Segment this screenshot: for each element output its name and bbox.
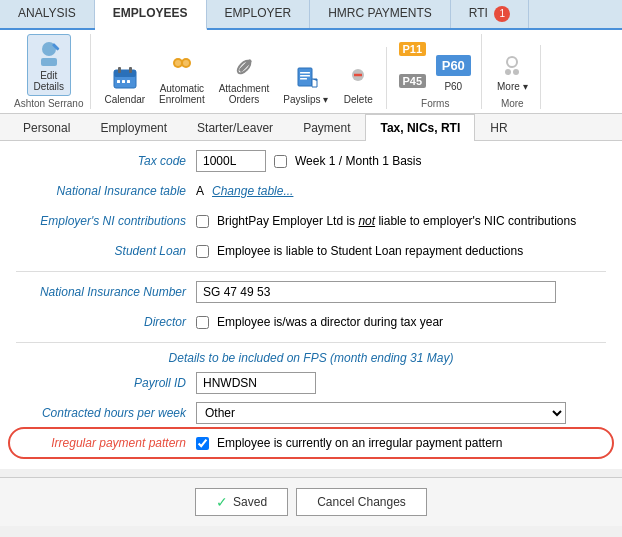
student-loan-checkbox[interactable] [196,245,209,258]
contracted-hours-value: Other Part time Full time [196,402,606,424]
edit-details-label: EditDetails [33,70,64,92]
student-loan-text: Employee is liable to Student Loan repay… [217,244,523,258]
auto-enrolment-label: AutomaticEnrolment [159,83,205,105]
p11-button[interactable]: P11 [395,34,429,64]
ni-number-input[interactable] [196,281,556,303]
svg-rect-16 [298,68,312,86]
employer-ni-label: Employer's NI contributions [16,214,196,228]
toolbar-group-employee: EditDetails Ashton Serrano [8,34,91,109]
p11-icon: P11 [400,37,424,61]
tab-personal[interactable]: Personal [8,114,85,141]
payslips-icon [290,62,322,94]
cancel-changes-button[interactable]: Cancel Changes [296,488,427,516]
forms-group-label: Forms [421,98,449,109]
director-value: Employee is/was a director during tax ye… [196,315,606,329]
irregular-payment-row: Irregular payment pattern Employee is cu… [16,431,606,455]
delete-label: Delete [344,94,373,105]
toolbar-group-actions: Calendar AutomaticEnrolment [93,47,388,109]
irregular-label: Irregular payment pattern [16,436,196,450]
delete-icon [342,62,374,94]
svg-point-25 [508,58,516,66]
sub-tab-bar: Personal Employment Starter/Leaver Payme… [0,114,622,141]
payroll-id-value [196,372,606,394]
change-table-link[interactable]: Change table... [212,184,293,198]
payroll-id-input[interactable] [196,372,316,394]
svg-rect-5 [118,67,121,73]
top-navigation: ANALYSIS EMPLOYEES EMPLOYER HMRC PAYMENT… [0,0,622,30]
student-loan-row: Student Loan Employee is liable to Stude… [16,239,606,263]
svg-rect-9 [127,80,130,83]
tax-nics-form: Tax code Week 1 / Month 1 Basis National… [0,141,622,469]
employer-ni-checkbox[interactable] [196,215,209,228]
auto-enrolment-icon [166,51,198,83]
ni-number-value [196,281,606,303]
employer-ni-value: BrightPay Employer Ltd is not liable to … [196,214,606,228]
nav-tab-employees[interactable]: EMPLOYEES [95,0,207,30]
more-icon [496,49,528,81]
payroll-id-row: Payroll ID [16,371,606,395]
form-area: Personal Employment Starter/Leaver Payme… [0,114,622,469]
p60-button[interactable]: P60 P60 [431,45,475,96]
svg-point-27 [513,69,519,75]
attachment-orders-button[interactable]: AttachmentOrders [213,47,276,109]
payslips-label: Payslips ▾ [283,94,328,105]
payslips-button[interactable]: Payslips ▾ [277,58,334,109]
tab-starter-leaver[interactable]: Starter/Leaver [182,114,288,141]
tax-code-label: Tax code [16,154,196,168]
p45-button[interactable]: P45 [395,66,429,96]
irregular-checkbox[interactable] [196,437,209,450]
svg-rect-7 [117,80,120,83]
irregular-value: Employee is currently on an irregular pa… [196,436,606,450]
contracted-hours-select[interactable]: Other Part time Full time [196,402,566,424]
tab-employment[interactable]: Employment [85,114,182,141]
contracted-hours-row: Contracted hours per week Other Part tim… [16,401,606,425]
tax-code-row: Tax code Week 1 / Month 1 Basis [16,149,606,173]
ni-number-row: National Insurance Number [16,280,606,304]
tax-code-value: Week 1 / Month 1 Basis [196,150,606,172]
calendar-label: Calendar [105,94,146,105]
attachment-icon [228,51,260,83]
nav-tab-employer[interactable]: EMPLOYER [207,0,311,28]
director-text: Employee is/was a director during tax ye… [217,315,443,329]
svg-rect-8 [122,80,125,83]
p45-icon: P45 [400,69,424,93]
week1-month1-checkbox[interactable] [274,155,287,168]
edit-icon [33,38,65,70]
svg-rect-6 [129,67,132,73]
svg-rect-17 [300,72,310,74]
week1-month1-label: Week 1 / Month 1 Basis [295,154,422,168]
bottom-bar: ✓ Saved Cancel Changes [0,477,622,526]
p60-label: P60 [444,81,462,92]
saved-button[interactable]: ✓ Saved [195,488,288,516]
toolbar: EditDetails Ashton Serrano [0,30,622,114]
ni-table-label: National Insurance table [16,184,196,198]
delete-button[interactable]: Delete [336,58,380,109]
calendar-icon [109,62,141,94]
auto-enrolment-button[interactable]: AutomaticEnrolment [153,47,211,109]
tab-payment[interactable]: Payment [288,114,365,141]
nav-tab-hmrc[interactable]: HMRC PAYMENTS [310,0,451,28]
director-checkbox[interactable] [196,316,209,329]
svg-rect-1 [41,58,57,66]
student-loan-value: Employee is liable to Student Loan repay… [196,244,606,258]
nav-tab-analysis[interactable]: ANALYSIS [0,0,95,28]
attachment-label: AttachmentOrders [219,83,270,105]
payroll-id-label: Payroll ID [16,376,196,390]
irregular-text: Employee is currently on an irregular pa… [217,436,502,450]
edit-details-button[interactable]: EditDetails [27,34,71,96]
director-label: Director [16,315,196,329]
svg-point-26 [505,69,511,75]
more-button[interactable]: More ▾ [490,45,534,96]
divider-1 [16,271,606,272]
tax-code-input[interactable] [196,150,266,172]
nav-tab-rti[interactable]: RTI 1 [451,0,529,28]
tab-tax-nics-rti[interactable]: Tax, NICs, RTI [365,114,475,141]
tab-hr[interactable]: HR [475,114,522,141]
p60-icon: P60 [437,49,469,81]
fps-label: Details to be included on FPS (month end… [16,351,606,365]
more-group-label: More [501,98,524,109]
svg-rect-4 [114,70,136,77]
calendar-button[interactable]: Calendar [99,58,152,109]
ni-table-value: A Change table... [196,184,606,198]
employer-ni-text: BrightPay Employer Ltd is not liable to … [217,214,576,228]
